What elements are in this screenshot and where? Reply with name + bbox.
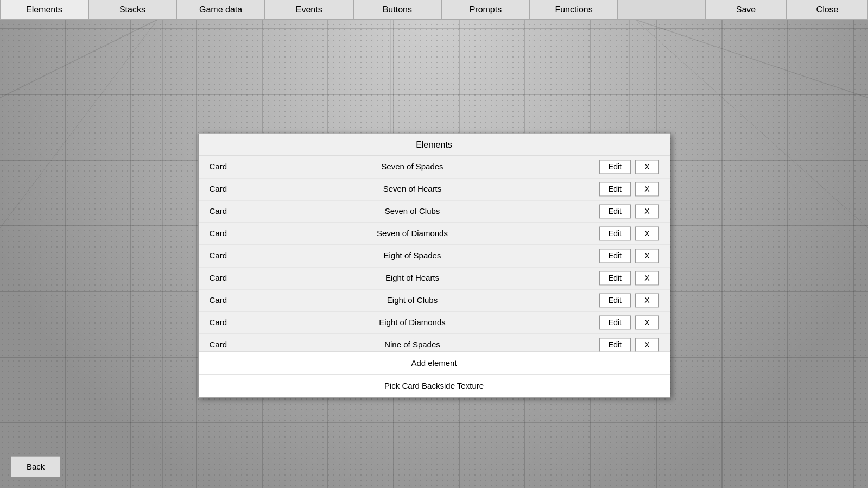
edit-button[interactable]: Edit — [599, 249, 631, 263]
row-type: Card — [199, 200, 264, 222]
top-nav: Elements Stacks Game data Events Buttons… — [0, 0, 868, 20]
edit-button[interactable]: Edit — [599, 293, 631, 307]
edit-button[interactable]: Edit — [599, 204, 631, 218]
save-button[interactable]: Save — [705, 0, 787, 19]
row-actions: Edit X — [561, 333, 670, 351]
elements-modal: Elements Card Seven of Spades Edit X Car… — [198, 133, 670, 397]
row-type: Card — [199, 333, 264, 351]
table-row: Card Eight of Diamonds Edit X — [199, 311, 670, 333]
nav-game-data-button[interactable]: Game data — [176, 0, 265, 19]
edit-button[interactable]: Edit — [599, 338, 631, 351]
row-actions: Edit X — [561, 244, 670, 267]
table-row: Card Seven of Hearts Edit X — [199, 178, 670, 200]
row-name: Seven of Clubs — [264, 200, 561, 222]
row-name: Seven of Hearts — [264, 178, 561, 200]
delete-button[interactable]: X — [635, 271, 658, 285]
delete-button[interactable]: X — [635, 315, 658, 329]
row-name: Seven of Diamonds — [264, 222, 561, 244]
row-actions: Edit X — [561, 222, 670, 244]
modal-footer: Add element Pick Card Backside Texture — [199, 351, 670, 397]
modal-title: Elements — [199, 134, 670, 156]
row-actions: Edit X — [561, 178, 670, 200]
row-type: Card — [199, 267, 264, 289]
table-row: Card Eight of Clubs Edit X — [199, 289, 670, 311]
edit-button[interactable]: Edit — [599, 315, 631, 329]
delete-button[interactable]: X — [635, 204, 658, 218]
table-row: Card Seven of Clubs Edit X — [199, 200, 670, 222]
table-row: Card Eight of Hearts Edit X — [199, 267, 670, 289]
row-name: Seven of Spades — [264, 156, 561, 178]
nav-buttons-button[interactable]: Buttons — [353, 0, 442, 19]
nav-elements-button[interactable]: Elements — [0, 0, 88, 19]
delete-button[interactable]: X — [635, 160, 658, 174]
table-row: Card Seven of Spades Edit X — [199, 156, 670, 178]
row-type: Card — [199, 244, 264, 267]
row-name: Eight of Hearts — [264, 267, 561, 289]
pick-texture-button[interactable]: Pick Card Backside Texture — [199, 375, 670, 397]
back-button[interactable]: Back — [11, 456, 60, 477]
edit-button[interactable]: Edit — [599, 271, 631, 285]
row-name: Eight of Clubs — [264, 289, 561, 311]
edit-button[interactable]: Edit — [599, 226, 631, 240]
delete-button[interactable]: X — [635, 338, 658, 351]
close-button[interactable]: Close — [787, 0, 868, 19]
table-row: Card Nine of Spades Edit X — [199, 333, 670, 351]
nav-prompts-button[interactable]: Prompts — [441, 0, 530, 19]
nav-events-button[interactable]: Events — [265, 0, 353, 19]
nav-stacks-button[interactable]: Stacks — [88, 0, 177, 19]
row-actions: Edit X — [561, 267, 670, 289]
row-type: Card — [199, 289, 264, 311]
edit-button[interactable]: Edit — [599, 182, 631, 196]
elements-table: Card Seven of Spades Edit X Card Seven o… — [199, 156, 670, 351]
table-row: Card Eight of Spades Edit X — [199, 244, 670, 267]
row-type: Card — [199, 156, 264, 178]
row-type: Card — [199, 178, 264, 200]
delete-button[interactable]: X — [635, 182, 658, 196]
row-actions: Edit X — [561, 200, 670, 222]
elements-table-container: Card Seven of Spades Edit X Card Seven o… — [199, 156, 670, 351]
row-type: Card — [199, 222, 264, 244]
row-type: Card — [199, 311, 264, 333]
table-row: Card Seven of Diamonds Edit X — [199, 222, 670, 244]
row-actions: Edit X — [561, 289, 670, 311]
add-element-button[interactable]: Add element — [199, 352, 670, 375]
row-name: Eight of Diamonds — [264, 311, 561, 333]
nav-functions-button[interactable]: Functions — [530, 0, 618, 19]
edit-button[interactable]: Edit — [599, 160, 631, 174]
row-name: Nine of Spades — [264, 333, 561, 351]
row-name: Eight of Spades — [264, 244, 561, 267]
delete-button[interactable]: X — [635, 293, 658, 307]
table-scroll[interactable]: Card Seven of Spades Edit X Card Seven o… — [199, 156, 670, 351]
row-actions: Edit X — [561, 156, 670, 178]
delete-button[interactable]: X — [635, 226, 658, 240]
row-actions: Edit X — [561, 311, 670, 333]
delete-button[interactable]: X — [635, 249, 658, 263]
